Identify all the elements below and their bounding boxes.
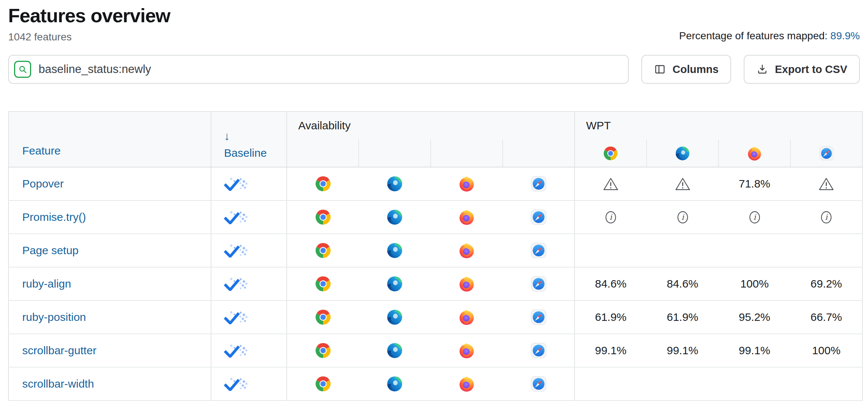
mapped-percentage-link[interactable]: 89.9% <box>831 30 860 42</box>
info-icon: i <box>747 210 762 225</box>
wpt-cell <box>790 367 862 401</box>
svg-text:i: i <box>825 212 828 222</box>
baseline-sort-link[interactable]: ↓ Baseline <box>224 130 286 159</box>
availability-cell <box>503 167 575 200</box>
wpt-cell: 84.6% <box>575 267 647 301</box>
edge-icon <box>675 146 690 161</box>
wpt-cell: 100% <box>719 267 790 301</box>
availability-cell <box>287 334 359 367</box>
wpt-cell: 95.2% <box>719 301 790 334</box>
wpt-cell <box>647 367 719 401</box>
availability-cell <box>359 367 431 401</box>
firefox-icon <box>458 309 475 326</box>
export-csv-button-label: Export to CSV <box>775 63 847 76</box>
wpt-cell: i <box>719 200 790 234</box>
wpt-cell: 66.7% <box>790 301 862 334</box>
chrome-icon <box>315 275 332 292</box>
wpt-score: 99.1% <box>667 344 698 356</box>
edge-icon <box>386 309 403 326</box>
wpt-score: 99.1% <box>595 344 627 356</box>
wpt-score: 66.7% <box>811 311 842 323</box>
feature-link[interactable]: ruby-align <box>22 278 71 290</box>
availability-cell <box>503 200 575 234</box>
download-icon <box>756 63 768 75</box>
wpt-cell <box>719 367 790 401</box>
baseline-newly-icon <box>223 377 251 391</box>
availability-cell <box>287 234 359 267</box>
export-csv-button[interactable]: Export to CSV <box>744 55 860 84</box>
table-body: Popover <box>9 167 862 401</box>
feature-link[interactable]: Page setup <box>22 244 79 256</box>
baseline-newly-icon <box>223 344 251 358</box>
toolbar: Columns Export to CSV <box>8 55 860 84</box>
wpt-score: 95.2% <box>739 311 770 323</box>
wpt-cell <box>790 167 862 200</box>
columns-icon <box>654 63 666 75</box>
columns-button[interactable]: Columns <box>641 55 731 84</box>
wpt-cell: 99.1% <box>719 334 790 367</box>
wpt-subheader-edge <box>647 140 719 167</box>
feature-link[interactable]: scrollbar-gutter <box>22 344 96 356</box>
baseline-header-label: Baseline <box>224 147 267 159</box>
wpt-cell: 71.8% <box>719 167 790 200</box>
wpt-score: 71.8% <box>739 177 770 190</box>
wpt-cell <box>719 234 790 267</box>
feature-sort-link[interactable]: Feature <box>22 145 60 157</box>
safari-icon <box>530 342 547 359</box>
wpt-cell: 61.9% <box>647 301 719 334</box>
safari-icon <box>530 375 547 392</box>
feature-link[interactable]: Promise.try() <box>22 211 86 223</box>
availability-cell <box>503 234 575 267</box>
wpt-subheader-safari <box>790 140 862 167</box>
availability-cell <box>359 167 431 200</box>
edge-icon <box>386 342 403 359</box>
feature-link[interactable]: Popover <box>22 177 64 190</box>
edge-icon <box>386 209 403 226</box>
availability-cell <box>287 267 359 301</box>
availability-cell <box>359 234 431 267</box>
availability-group-header: Availability <box>287 112 575 140</box>
availability-cell <box>359 334 431 367</box>
columns-button-label: Columns <box>673 63 719 76</box>
page-title: Features overview <box>8 4 170 27</box>
availability-cell <box>359 200 431 234</box>
page-header: Features overview 1042 features Percenta… <box>8 4 860 43</box>
wpt-cell: 69.2% <box>790 267 862 301</box>
svg-text:i: i <box>753 212 757 222</box>
mapped-label: Percentage of features mapped: <box>679 30 828 42</box>
feature-column-header: Feature <box>9 112 211 167</box>
warning-icon <box>818 176 834 191</box>
chrome-icon <box>315 375 332 392</box>
wpt-cell <box>575 167 647 200</box>
wpt-cell <box>575 234 647 267</box>
wpt-cell: 99.1% <box>647 334 719 367</box>
availability-cell <box>287 200 359 234</box>
info-icon: i <box>675 210 690 225</box>
firefox-icon <box>458 242 475 259</box>
feature-count: 1042 features <box>8 31 170 43</box>
wpt-cell: 61.9% <box>575 301 647 334</box>
availability-cell <box>287 167 359 200</box>
search-input[interactable] <box>39 63 621 76</box>
wpt-score: 84.6% <box>595 278 627 290</box>
baseline-newly-icon <box>223 311 251 324</box>
wpt-cell: i <box>575 200 647 234</box>
baseline-newly-icon <box>223 210 251 224</box>
baseline-newly-icon <box>223 244 251 258</box>
baseline-newly-icon <box>223 177 251 191</box>
search-icon <box>14 61 31 78</box>
baseline-column-header: ↓ Baseline <box>211 112 287 167</box>
availability-cell <box>359 267 431 301</box>
wpt-cell <box>790 234 862 267</box>
chrome-icon <box>315 309 332 326</box>
search-box[interactable] <box>8 55 629 84</box>
safari-icon <box>530 209 547 226</box>
wpt-cell <box>647 167 719 200</box>
feature-link[interactable]: ruby-position <box>22 311 86 323</box>
wpt-score: 100% <box>812 344 841 356</box>
feature-link[interactable]: scrollbar-width <box>22 378 94 390</box>
chrome-icon <box>315 242 332 259</box>
edge-icon <box>386 375 403 392</box>
table-row: scrollbar-width <box>9 367 862 401</box>
chrome-icon <box>315 342 332 359</box>
